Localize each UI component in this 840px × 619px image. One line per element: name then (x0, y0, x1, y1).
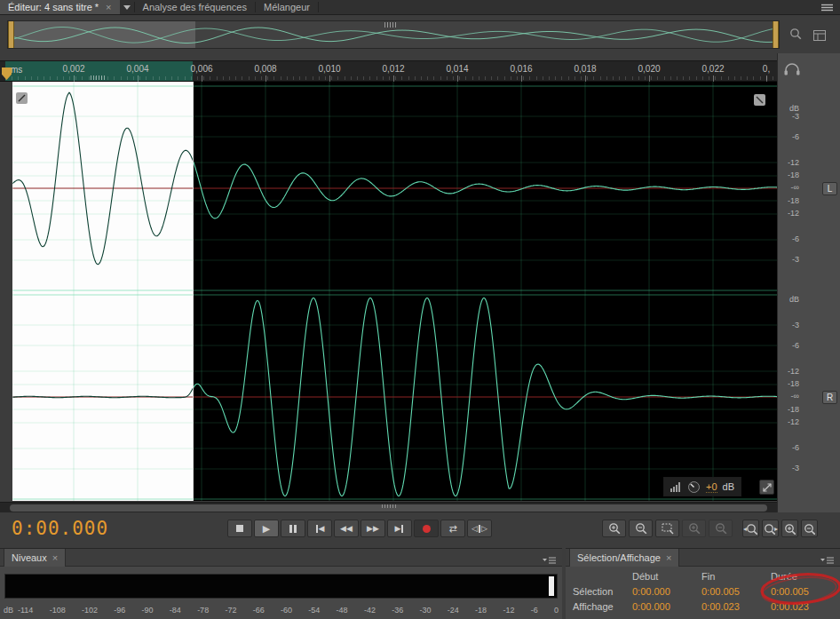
meter-scale-label: -84 (170, 606, 181, 615)
navigator-right-handle[interactable] (773, 21, 779, 48)
tab-editor[interactable]: Éditeur: 4 sans titre * × (0, 0, 120, 14)
selection-grip[interactable] (91, 75, 105, 80)
horizontal-scrollbar[interactable] (0, 502, 777, 512)
zoom-out-button[interactable] (629, 520, 653, 537)
navigator-zoom-icon[interactable] (788, 27, 805, 43)
ruler-tick-label: 0,022 (697, 64, 729, 74)
display-row-label: Affichage (573, 601, 614, 612)
col-start-header: Début (632, 571, 658, 582)
meter-scale-label: -12 (503, 606, 514, 615)
db-scale-label: -3 (780, 321, 799, 329)
headphones-icon (783, 62, 801, 80)
meter-scale-label: -36 (392, 606, 403, 615)
ruler-tick-label: 0,002 (58, 64, 90, 74)
gain-value[interactable]: +0 (706, 481, 717, 493)
loop-button[interactable]: ⇄ (440, 520, 465, 537)
zoom-right-edge-button[interactable]: ▸ (762, 520, 779, 537)
selection-duration-value[interactable]: 0:00.005 (771, 586, 809, 597)
meter-scale-label: -102 (82, 606, 98, 615)
display-start-value[interactable]: 0:00.000 (632, 601, 670, 612)
scrollbar-grip[interactable] (382, 504, 396, 508)
meter-scale-label: -60 (281, 606, 292, 615)
db-scale-label: -12 (780, 418, 799, 426)
tab-selection-label: Sélection/Affichage (577, 552, 661, 563)
db-scale-label: -18 (780, 171, 799, 179)
skip-start-button[interactable]: ◀ (307, 520, 332, 537)
selection-end-value[interactable]: 0:00.005 (701, 586, 740, 597)
navigator-grip[interactable] (384, 22, 397, 28)
db-scale-label: -3 (780, 113, 799, 121)
pause-button[interactable] (281, 520, 305, 537)
meter-scale-label: -66 (253, 606, 265, 615)
wave-corner-button-right[interactable] (754, 94, 765, 106)
ruler-tick-label: 0,004 (122, 64, 154, 74)
stop-button[interactable] (227, 520, 252, 537)
gain-knob[interactable] (687, 480, 701, 494)
channel-right-button[interactable]: R (822, 391, 837, 404)
tab-close-icon[interactable]: × (106, 2, 111, 12)
level-meter (4, 574, 558, 599)
zoom-to-selection-button[interactable] (655, 520, 679, 537)
navigator-left-handle[interactable] (8, 21, 14, 48)
db-scale-label: -6 (780, 342, 799, 350)
rewind-button[interactable]: ◀◀ (334, 520, 359, 537)
selection-region[interactable] (12, 82, 193, 501)
chevron-down-icon[interactable] (120, 0, 134, 14)
meter-scale-label: -18 (475, 606, 487, 615)
selection-panel-header: Sélection/Affichage × (566, 549, 840, 567)
ruler-tick-label: 0,008 (250, 64, 281, 74)
forward-button[interactable]: ▶▶ (361, 520, 385, 537)
tab-levels[interactable]: Niveaux × (4, 549, 66, 567)
panel-tab-bar: Éditeur: 4 sans titre * × Analyse des fr… (0, 0, 840, 15)
waveform-display[interactable] (12, 82, 777, 501)
zoom-in-horizontal-button[interactable] (781, 520, 798, 537)
meter-scale-label: -48 (337, 606, 348, 615)
tab-mixer[interactable]: Mélangeur (256, 0, 318, 14)
panel-menu-icon[interactable] (542, 553, 557, 569)
tab-close-icon[interactable]: × (666, 552, 671, 563)
db-scale-label: -6 (780, 444, 799, 452)
panel-menu-icon[interactable] (820, 553, 835, 569)
meter-scale-label: -108 (50, 606, 66, 615)
tab-close-icon[interactable]: × (52, 552, 58, 563)
zoom-in-time-button[interactable] (682, 520, 706, 537)
shuttle-button[interactable]: ◁▷ (467, 520, 492, 537)
ruler-tick-label: 0,018 (569, 64, 601, 74)
selection-start-value[interactable]: 0:00.000 (632, 586, 670, 597)
meter-scale-label: -54 (308, 606, 320, 615)
record-button[interactable] (414, 520, 439, 537)
hud-toggle-button[interactable] (759, 480, 774, 495)
meter-scale-label: -114 (18, 606, 33, 615)
meter-scale-label: -72 (225, 606, 236, 615)
channel-left-button[interactable]: L (822, 182, 837, 195)
zoom-in-button[interactable] (602, 520, 626, 537)
time-display[interactable]: 0:00.000 (12, 518, 108, 539)
play-button[interactable]: ▶ (254, 520, 279, 537)
zoom-left-edge-button[interactable]: ◂ (742, 520, 759, 537)
skip-end-button[interactable]: ▶ (387, 520, 412, 537)
tab-mixer-label: Mélangeur (264, 2, 310, 12)
wave-corner-button-left[interactable] (16, 92, 28, 104)
navigator-settings-icon[interactable] (811, 28, 828, 44)
display-duration-value[interactable]: 0:00.023 (771, 601, 809, 612)
zoom-navigator[interactable] (7, 20, 780, 49)
col-duration-header: Durée (771, 571, 797, 582)
display-end-value[interactable]: 0:00.023 (701, 601, 740, 612)
db-scale-label: -18 (780, 197, 799, 205)
ruler-tick-label: 0,020 (633, 64, 665, 74)
level-bars-icon (670, 481, 682, 492)
tab-selection-display[interactable]: Sélection/Affichage × (569, 549, 679, 567)
meter-scale-label: -78 (197, 606, 209, 615)
ruler-tick-label: 0,014 (441, 64, 473, 74)
tab-frequency-analysis[interactable]: Analyse des fréquences (135, 0, 255, 14)
meter-scale-label: -30 (420, 606, 432, 615)
timeline-ruler[interactable]: ms 0,002 0,004 0,006 0,008 0,010 0,012 0… (0, 60, 777, 82)
col-end-header: Fin (701, 571, 715, 582)
transport-bar: 0:00.000 ▶ ◀ ◀◀ ▶▶ ▶ ⇄ ◁▷ (0, 512, 840, 548)
zoom-out-horizontal-button[interactable] (801, 520, 818, 537)
panel-menu-icon[interactable] (821, 0, 840, 14)
zoom-out-time-button[interactable] (709, 520, 733, 537)
transport-buttons: ▶ ◀ ◀◀ ▶▶ ▶ ⇄ ◁▷ (227, 520, 492, 537)
db-scale-label: -∞ (780, 393, 799, 401)
db-scale-label: -∞ (780, 184, 799, 192)
